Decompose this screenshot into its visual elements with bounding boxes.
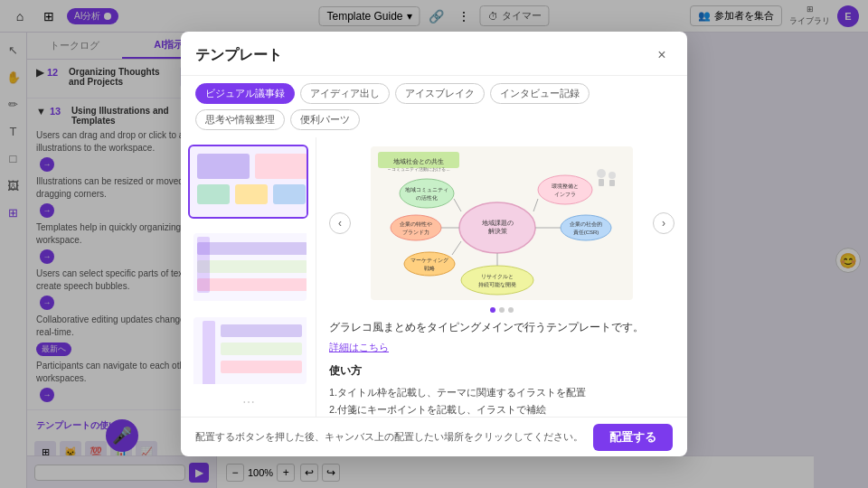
svg-rect-40 (599, 179, 604, 186)
preview-prev-button[interactable]: ‹ (329, 212, 351, 234)
svg-text:地域課題の: 地域課題の (481, 220, 514, 226)
svg-text:責任(CSR): 責任(CSR) (573, 230, 599, 235)
svg-text:地域コミュニティ: 地域コミュニティ (404, 187, 448, 192)
modal-footer: 配置するボタンを押した後、キャンバス上の配置したい場所をクリックしてください。 … (181, 417, 687, 456)
svg-rect-10 (197, 237, 210, 293)
svg-text:戦略: 戦略 (424, 266, 435, 271)
svg-point-35 (461, 266, 533, 295)
preview-dots (329, 307, 675, 313)
svg-rect-1 (197, 154, 250, 179)
preview-next-button[interactable]: › (653, 212, 675, 234)
tag-parts[interactable]: 便利パーツ (290, 109, 360, 130)
modal-content: ‹ 地域社会との共生 ～コミュニティ活動における... 地域課題の 解決策 (316, 137, 687, 417)
svg-rect-8 (197, 260, 307, 273)
modal-body: グラレコ（Sサイズ） タイムライン型（横） (181, 137, 687, 417)
modal-close-button[interactable]: × (651, 44, 673, 66)
svg-rect-5 (273, 184, 306, 204)
thumb-img-3 (193, 317, 308, 386)
svg-text:～コミュニティ活動における...: ～コミュニティ活動における... (387, 166, 449, 172)
dot-3 (508, 307, 514, 313)
dot-1 (490, 307, 495, 313)
svg-point-43 (404, 252, 455, 276)
svg-point-41 (609, 172, 616, 179)
modal-overlay: テンプレート × ビジュアル議事録 アイディア出し アイスブレイク インタビュー… (0, 0, 868, 488)
tag-icebreak[interactable]: アイスブレイク (395, 83, 485, 104)
svg-point-27 (538, 175, 592, 204)
svg-rect-9 (197, 278, 307, 291)
tag-idea[interactable]: アイディア出し (300, 83, 390, 104)
tag-visual[interactable]: ビジュアル議事録 (195, 83, 295, 104)
svg-text:の活性化: の活性化 (416, 195, 438, 201)
scroll-more-indicator: ⋯ (188, 395, 308, 409)
detail-link[interactable]: 詳細はこちら (329, 341, 675, 354)
svg-point-39 (597, 169, 606, 178)
svg-rect-3 (197, 184, 230, 204)
thumb-img-2 (193, 233, 308, 302)
thumb-item-1[interactable]: グラレコ（Sサイズ） (188, 145, 308, 219)
svg-text:企業の社会的: 企業の社会的 (570, 221, 602, 227)
place-button[interactable]: 配置する (593, 424, 673, 451)
svg-text:企業の特性や: 企業の特性や (400, 221, 432, 227)
thumb-item-2[interactable]: タイムライン型（横） (188, 228, 308, 302)
svg-point-47 (391, 215, 441, 240)
description-text: グラレコ風まとめをタイピングメインで行うテンプレートです。 (329, 320, 675, 335)
svg-text:解決策: 解決策 (488, 228, 507, 234)
thumbnail-list: グラレコ（Sサイズ） タイムライン型（横） (181, 137, 316, 417)
svg-text:リサイクルと: リサイクルと (481, 274, 514, 279)
svg-rect-4 (235, 184, 268, 204)
svg-rect-7 (197, 242, 307, 255)
svg-rect-14 (221, 343, 302, 355)
modal: テンプレート × ビジュアル議事録 アイディア出し アイスブレイク インタビュー… (181, 32, 687, 456)
usage-step-1: 1.タイトル枠を記載し、テーマに関連するイラストを配置 (329, 384, 675, 401)
preview-area: ‹ 地域社会との共生 ～コミュニティ活動における... 地域課題の 解決策 (329, 146, 675, 300)
svg-rect-2 (255, 154, 307, 179)
svg-text:持続可能な開発: 持続可能な開発 (478, 282, 516, 288)
modal-header: テンプレート × (181, 32, 687, 76)
usage-steps: 1.タイトル枠を記載し、テーマに関連するイラストを配置 2.付箋にキーポイントを… (329, 384, 675, 417)
tag-interview[interactable]: インタビュー記録 (490, 83, 590, 104)
svg-text:マーケティング: マーケティング (410, 258, 449, 263)
thumb-item-3[interactable]: タイムライン型（縦） (188, 312, 308, 386)
thumb-img-1 (193, 150, 308, 219)
svg-rect-42 (609, 180, 615, 186)
svg-point-23 (400, 179, 454, 208)
svg-rect-12 (203, 321, 215, 386)
preview-image: 地域社会との共生 ～コミュニティ活動における... 地域課題の 解決策 地域コミ… (371, 146, 633, 300)
usage-title: 使い方 (329, 363, 675, 379)
svg-point-31 (561, 215, 611, 240)
footer-hint: 配置するボタンを押した後、キャンバス上の配置したい場所をクリックしてください。 (195, 430, 583, 444)
svg-rect-13 (221, 324, 302, 337)
tag-thinking[interactable]: 思考や情報整理 (195, 109, 285, 130)
modal-title: テンプレート (195, 46, 282, 65)
svg-text:インフラ: インフラ (554, 192, 576, 197)
svg-text:地域社会との共生: 地域社会との共生 (392, 158, 444, 165)
modal-tags: ビジュアル議事録 アイディア出し アイスブレイク インタビュー記録 思考や情報整… (181, 76, 687, 137)
svg-text:ブランド力: ブランド力 (402, 229, 429, 235)
svg-rect-15 (221, 361, 302, 373)
svg-text:環境整備と: 環境整備と (552, 183, 579, 189)
dot-2 (499, 307, 505, 313)
usage-step-2: 2.付箋にキーポイントを記載し、イラストで補絵 (329, 401, 675, 417)
